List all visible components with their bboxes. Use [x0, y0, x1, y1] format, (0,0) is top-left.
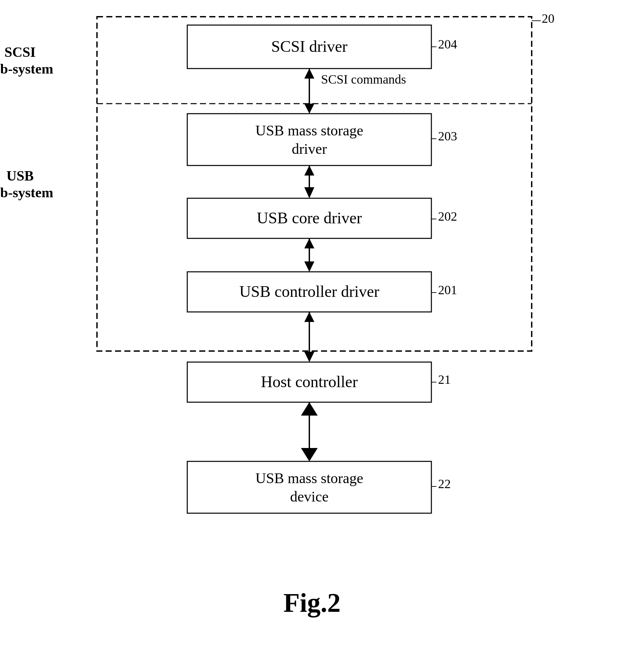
usb-mass-storage-driver-label2: driver [292, 141, 327, 157]
ref-22: 22 [438, 477, 451, 491]
svg-marker-14 [304, 238, 314, 248]
ref-21: 21 [438, 372, 451, 386]
ref-204: 204 [438, 37, 457, 51]
svg-marker-21 [301, 448, 318, 461]
usb-subsystem-label2: sub-system [0, 185, 53, 200]
host-controller-label: Host controller [261, 373, 358, 391]
ref-203: 203 [438, 129, 457, 143]
ref-201: 201 [438, 283, 457, 297]
usb-mass-storage-device-label1: USB mass storage [256, 470, 364, 486]
svg-marker-10 [304, 165, 314, 176]
usb-mass-storage-driver-label1: USB mass storage [256, 123, 364, 139]
scsi-driver-label: SCSI driver [271, 37, 347, 55]
svg-marker-9 [304, 187, 314, 198]
scsi-subsystem-label: SCSI [4, 45, 35, 60]
svg-marker-18 [304, 312, 314, 322]
usb-subsystem-label: USB [6, 168, 34, 184]
usb-mass-storage-driver-box [187, 114, 432, 165]
usb-core-driver-label: USB core driver [257, 209, 362, 227]
figure-label: Fig.2 [283, 588, 340, 618]
svg-marker-22 [301, 402, 318, 415]
svg-marker-6 [304, 69, 314, 79]
scsi-commands-label: SCSI commands [321, 72, 406, 86]
svg-marker-5 [304, 104, 314, 114]
ref-20: 20 [542, 11, 554, 25]
usb-mass-storage-device-label2: device [290, 488, 329, 505]
scsi-subsystem-label2: sub-system [0, 61, 53, 77]
usb-controller-driver-label: USB controller driver [239, 283, 380, 300]
diagram-svg: SCSI sub-system USB sub-system SCSI driv… [0, 0, 624, 672]
usb-mass-storage-device-box [187, 461, 432, 513]
svg-marker-17 [304, 352, 314, 362]
ref-202: 202 [438, 209, 457, 223]
svg-marker-13 [304, 262, 314, 272]
